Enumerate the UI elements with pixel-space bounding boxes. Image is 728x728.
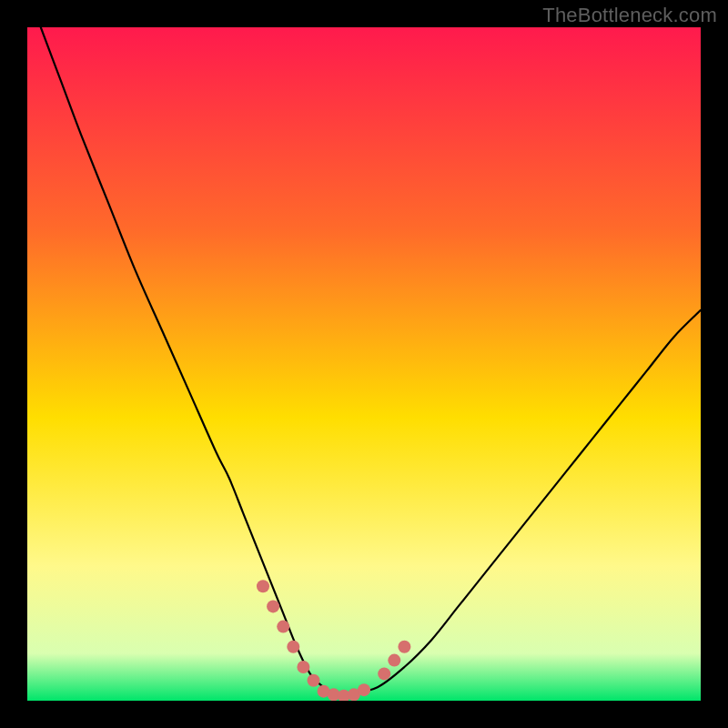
bottleneck-curve (41, 27, 701, 695)
watermark-text: TheBottleneck.com (542, 4, 717, 27)
chart-svg (27, 27, 701, 701)
marker-dot (267, 600, 279, 612)
marker-dot (378, 667, 390, 680)
marker-dot (257, 580, 269, 592)
plot-area (27, 27, 701, 701)
marker-dot (297, 661, 309, 673)
chart-frame: TheBottleneck.com (0, 0, 728, 728)
marker-dot (277, 621, 289, 633)
marker-dot (388, 654, 400, 667)
marker-dot (308, 674, 320, 687)
marker-dot (287, 641, 299, 653)
marker-dot (358, 683, 370, 696)
marker-group (257, 580, 410, 701)
marker-dot (398, 641, 410, 653)
